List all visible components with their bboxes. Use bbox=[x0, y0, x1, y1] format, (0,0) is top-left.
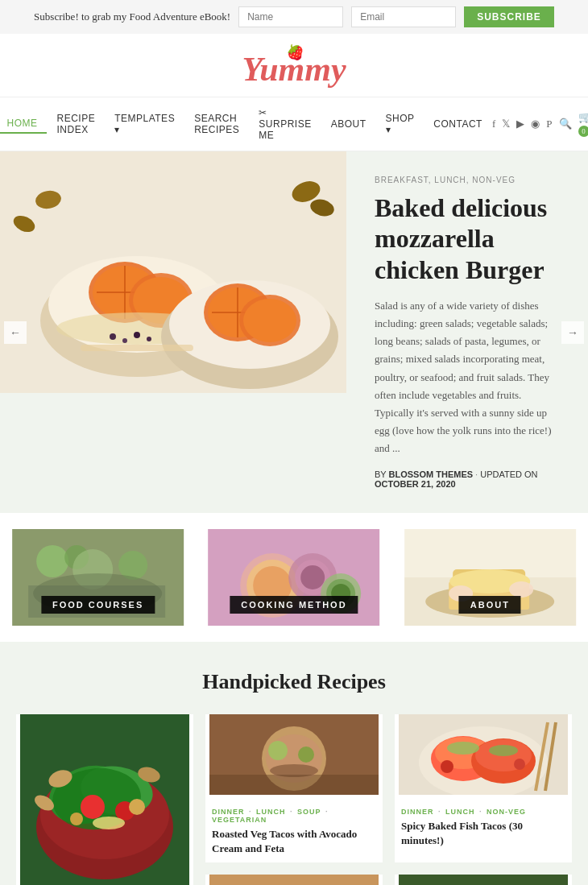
cart-badge: 0 bbox=[578, 126, 588, 137]
svg-point-51 bbox=[509, 581, 533, 598]
main-nav: HOME RECIPE INDEX TEMPLATES ▾ SEARCH REC… bbox=[0, 97, 588, 151]
svg-point-69 bbox=[93, 817, 125, 829]
nav-item-shop[interactable]: SHOP ▾ bbox=[376, 110, 424, 139]
youtube-icon[interactable]: ▶ bbox=[516, 118, 524, 130]
svg-point-23 bbox=[122, 338, 127, 343]
topbar-text: Subscribe! to grab my Food Adventure eBo… bbox=[34, 10, 230, 23]
nav-item-home[interactable]: HOME bbox=[0, 114, 47, 134]
svg-point-28 bbox=[36, 545, 68, 577]
hero-updated-label: UPDATED ON bbox=[480, 469, 537, 479]
recipe-card-1[interactable]: DINNER · LUNCH · SOUP · VEGETARIAN Roast… bbox=[205, 714, 383, 862]
nav-item-about[interactable]: ABOUT bbox=[321, 115, 376, 133]
category-cooking-method-label: COOKING METHOD bbox=[230, 596, 358, 614]
svg-point-22 bbox=[110, 333, 116, 340]
svg-rect-85 bbox=[209, 875, 379, 885]
search-icon[interactable]: 🔍 bbox=[559, 118, 572, 130]
top-bar: Subscribe! to grab my Food Adventure eBo… bbox=[0, 0, 588, 34]
recipe-card-1-tags: DINNER · LUNCH · SOUP · VEGETARIAN bbox=[212, 801, 376, 827]
hero-author-label: BY bbox=[375, 469, 386, 479]
nav-item-templates[interactable]: TEMPLATES ▾ bbox=[105, 110, 184, 139]
hero-author: BY BLOSSOM THEMES · UPDATED ON OCTOBER 2… bbox=[375, 469, 560, 489]
svg-point-21 bbox=[243, 299, 296, 342]
hero-description: Salad is any of a wide variety of dishes… bbox=[375, 297, 560, 457]
cart-icon[interactable]: 🛒0 bbox=[578, 111, 588, 137]
category-food-courses-label: FOOD COURSES bbox=[41, 596, 155, 614]
svg-point-55 bbox=[268, 741, 288, 760]
hero-prev-button[interactable]: ← bbox=[4, 321, 27, 344]
category-food-courses[interactable]: FOOD COURSES bbox=[0, 529, 196, 626]
name-input[interactable] bbox=[238, 6, 343, 27]
svg-rect-26 bbox=[81, 345, 193, 351]
recipe-card-3-tags: DINNER · LUNCH · NON-VEG bbox=[401, 801, 565, 819]
header: 🍓 Yummy bbox=[0, 34, 588, 97]
category-about-label: ABOUT bbox=[459, 596, 521, 614]
svg-point-81 bbox=[441, 760, 453, 773]
subscribe-button[interactable]: SUBSCRIBE bbox=[464, 6, 554, 27]
recipe-card-3[interactable]: DINNER · LUNCH · NON-VEG Spicy Baked Fis… bbox=[395, 714, 572, 862]
hero-content: BREAKFAST, LUNCH, NON-VEG Baked deliciou… bbox=[346, 151, 588, 513]
category-cooking-method[interactable]: COOKING METHOD bbox=[196, 529, 391, 626]
svg-point-24 bbox=[134, 332, 140, 338]
svg-point-68 bbox=[129, 799, 145, 815]
logo[interactable]: 🍓 Yummy bbox=[242, 50, 346, 89]
svg-point-56 bbox=[298, 746, 314, 763]
recipe-card-3-title: Spicy Baked Fish Tacos (30 minutes!) bbox=[401, 819, 565, 848]
svg-point-79 bbox=[447, 742, 479, 755]
twitter-icon[interactable]: 𝕏 bbox=[502, 118, 510, 130]
email-input[interactable] bbox=[351, 6, 456, 27]
nav-item-surprise[interactable]: ✂ SURPRISE ME bbox=[249, 104, 321, 144]
recipe-card-4[interactable]: BREAKFAST · DESSERT · LUNCH Ultimate Del… bbox=[205, 875, 383, 885]
svg-point-65 bbox=[81, 795, 105, 819]
recipe-card-featured[interactable]: BREAKFAST · DINNER · LUNCH · NON-VEG Zuc… bbox=[16, 714, 193, 885]
recipe-card-5[interactable]: BREAKFAST · DESSERT · VEGETARIAN Apple B… bbox=[395, 875, 572, 885]
svg-point-25 bbox=[147, 337, 151, 341]
category-about[interactable]: ABOUT bbox=[392, 529, 588, 626]
hero-next-button[interactable]: → bbox=[561, 321, 584, 344]
nav-item-search[interactable]: SEARCH RECIPES bbox=[184, 110, 249, 139]
facebook-icon[interactable]: f bbox=[492, 118, 495, 130]
nav-item-contact[interactable]: CONTACT bbox=[424, 115, 492, 133]
recipe-card-1-title: Roasted Veg Tacos with Avocado Cream and… bbox=[212, 827, 376, 856]
svg-rect-58 bbox=[209, 775, 379, 795]
nav-item-recipe-index[interactable]: RECIPE INDEX bbox=[47, 110, 105, 139]
instagram-icon[interactable]: ◉ bbox=[531, 118, 540, 130]
nav-icons: f 𝕏 ▶ ◉ P 🔍 🛒0 bbox=[492, 111, 588, 137]
categories-section: FOOD COURSES COOKING METHOD bbox=[0, 529, 588, 626]
hero-section: ← bbox=[0, 151, 588, 513]
nav-items: HOME RECIPE INDEX TEMPLATES ▾ SEARCH REC… bbox=[0, 104, 492, 144]
hero-date: OCTOBER 21, 2020 bbox=[375, 479, 456, 489]
svg-point-40 bbox=[300, 565, 325, 589]
pinterest-icon[interactable]: P bbox=[546, 118, 552, 130]
hero-tags: BREAKFAST, LUNCH, NON-VEG bbox=[375, 176, 560, 184]
svg-point-82 bbox=[514, 759, 525, 770]
svg-point-80 bbox=[489, 745, 518, 756]
svg-rect-92 bbox=[399, 875, 568, 885]
hero-title: Baked delicious mozzarella chicken Burge… bbox=[375, 192, 560, 285]
svg-point-67 bbox=[70, 813, 83, 825]
hero-image bbox=[0, 151, 346, 393]
hero-author-name: BLOSSOM THEMES bbox=[389, 469, 474, 479]
handpicked-section: Handpicked Recipes DINNER · LUNCH · SOUP… bbox=[0, 642, 588, 885]
section-title: Handpicked Recipes bbox=[16, 670, 572, 694]
recipes-grid: DINNER · LUNCH · SOUP · VEGETARIAN Roast… bbox=[16, 714, 572, 885]
logo-icon: 🍓 bbox=[285, 43, 303, 61]
